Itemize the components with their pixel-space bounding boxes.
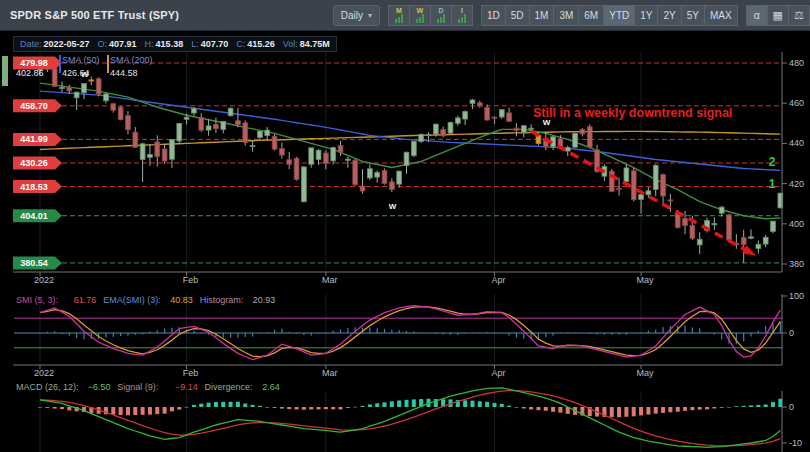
macd-histogram-bar <box>492 403 496 407</box>
range-button-1y[interactable]: 1Y <box>634 5 658 26</box>
candle <box>712 224 717 225</box>
candle <box>624 168 629 182</box>
interval-button-i[interactable]: I <box>451 5 473 26</box>
candle <box>727 215 732 240</box>
candle <box>763 237 768 244</box>
period-dropdown[interactable]: Daily ▾ <box>333 5 380 26</box>
macd-histogram-bar <box>654 407 658 414</box>
macd-histogram-bar <box>251 405 255 407</box>
range-button-6m[interactable]: 6M <box>578 5 604 26</box>
smi-histogram-bar <box>223 333 224 338</box>
macd-histogram-bar <box>339 407 343 409</box>
candle <box>507 113 512 121</box>
candle <box>367 169 372 178</box>
x-axis-label-2: Feb <box>183 368 199 378</box>
macd-histogram-bar <box>661 407 665 413</box>
smi-histogram-bar <box>589 333 590 334</box>
smi-histogram-bar <box>193 331 194 333</box>
smi-axis-label: 0 <box>789 328 794 338</box>
smi-histogram-bar <box>509 333 510 335</box>
macd-histogram-bar <box>53 407 57 409</box>
macd-histogram-bar <box>529 407 533 409</box>
smi-histogram-bar <box>765 326 766 333</box>
macd-histogram-bar <box>668 407 672 412</box>
smi-histogram-bar <box>736 333 737 344</box>
smi-histogram-bar <box>135 333 136 335</box>
macd-histogram-bar <box>617 407 621 417</box>
smi-histogram-bar <box>237 333 238 338</box>
macd-label-part: Divergence: <box>205 382 253 392</box>
candle <box>331 148 336 161</box>
candle <box>433 124 438 134</box>
compare-alpha-icon[interactable]: α <box>746 5 768 26</box>
wave-count-label: 2 <box>769 155 776 169</box>
ma-legend-value: 426.64 <box>62 68 90 78</box>
smi-histogram-bar <box>662 327 663 333</box>
candle <box>529 128 534 129</box>
macd-histogram-bar <box>646 407 650 415</box>
macd-histogram-bar <box>309 407 313 410</box>
macd-histogram-bar <box>756 405 760 407</box>
smi-histogram-bar <box>340 330 341 333</box>
smi-histogram-bar <box>604 333 605 335</box>
range-button-3m[interactable]: 3M <box>553 5 579 26</box>
interval-button-m[interactable]: M <box>388 5 410 26</box>
candle <box>301 167 306 202</box>
macd-histogram-bar <box>536 407 540 410</box>
smi-histogram-bar <box>750 333 751 337</box>
macd-axis-label: -10 <box>789 438 802 448</box>
candle <box>771 221 776 231</box>
interval-button-d[interactable]: D <box>430 5 452 26</box>
candle <box>419 134 424 141</box>
candle <box>756 244 761 248</box>
candle <box>272 136 277 149</box>
candle <box>389 182 394 190</box>
range-button-1m[interactable]: 1M <box>529 5 555 26</box>
macd-histogram-bar <box>317 407 321 409</box>
candle <box>316 150 321 159</box>
smi-axis-label: 100 <box>789 291 804 301</box>
smi-histogram-bar <box>487 332 488 333</box>
candle <box>646 191 651 195</box>
interval-button-w[interactable]: W <box>409 5 431 26</box>
range-button-1d[interactable]: 1D <box>481 5 506 26</box>
candle <box>236 121 241 125</box>
smi-histogram-bar <box>303 333 304 335</box>
interval-button-group: MWDI <box>389 5 473 26</box>
smi-label-part: 20.93 <box>253 295 276 305</box>
ohlc-databar: Date:2022-05-27O:407.91H:415.38L:407.70C… <box>13 36 337 52</box>
smi-histogram-bar <box>640 333 641 334</box>
macd-histogram-bar <box>368 404 372 407</box>
range-button-ytd[interactable]: YTD <box>603 5 635 26</box>
ma-legend-hidden-value: 402.86 <box>16 68 44 78</box>
price-tag-label: 404.01 <box>20 211 48 221</box>
scale-icon[interactable]: ⚖ <box>788 5 810 26</box>
macd-histogram-bar <box>727 407 731 408</box>
candle <box>353 160 358 185</box>
smi-histogram-bar <box>274 330 275 333</box>
macd-histogram-bar <box>375 403 379 407</box>
smi-histogram-bar <box>377 328 378 333</box>
smi-histogram-bar <box>443 333 444 334</box>
macd-histogram-bar <box>632 407 636 416</box>
candle <box>309 148 314 164</box>
databar-field: O:407.91 <box>98 39 137 49</box>
range-button-2y[interactable]: 2Y <box>657 5 681 26</box>
candle <box>499 110 504 117</box>
range-button-5y[interactable]: 5Y <box>681 5 705 26</box>
smi-histogram-bar <box>648 331 649 333</box>
smi-histogram-bar <box>149 332 150 333</box>
macd-histogram-bar <box>478 401 482 407</box>
smi-histogram-bar <box>201 333 202 334</box>
grid-view-icon[interactable]: ▦ <box>767 5 789 26</box>
candle <box>140 144 145 160</box>
chart-canvas[interactable]: Still in a weekly downtrend signalWWW214… <box>0 0 810 452</box>
range-button-max[interactable]: MAX <box>704 5 738 26</box>
ma-legend-label: SMA (50) <box>62 55 100 65</box>
range-button-5d[interactable]: 5D <box>505 5 530 26</box>
macd-label-part: 2.64 <box>262 382 280 392</box>
macd-histogram-bar <box>676 407 680 412</box>
smi-label-part: EMA(SMI) (3): <box>103 295 161 305</box>
candle <box>82 84 87 93</box>
databar-field: Vol:84.75M <box>283 39 330 49</box>
